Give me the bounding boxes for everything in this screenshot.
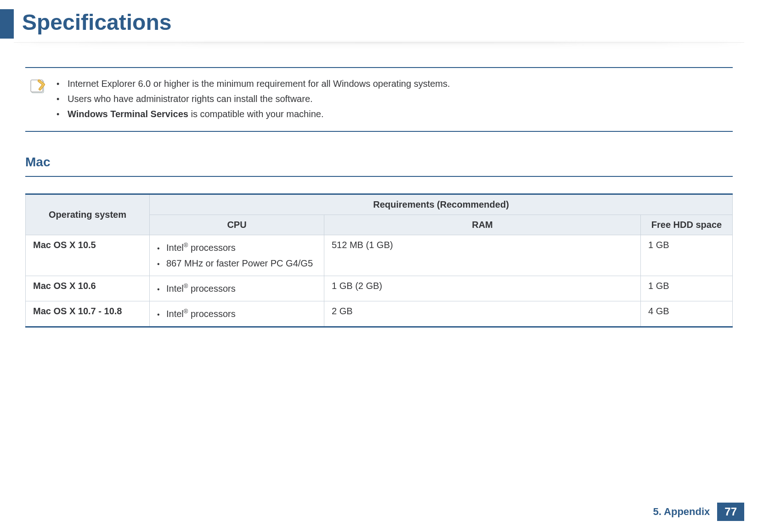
table-row: Mac OS X 10.5 Intel® processors 867 MHz … (26, 235, 733, 276)
footer: 5. Appendix 77 (653, 503, 744, 521)
note-text: Internet Explorer 6.0 or higher is the m… (68, 79, 450, 89)
text: processors (188, 243, 235, 253)
title-divider (14, 42, 744, 49)
note-box: Internet Explorer 6.0 or higher is the m… (25, 67, 733, 132)
reg-mark: ® (184, 283, 188, 289)
cell-ram: 512 MB (1 GB) (324, 235, 641, 276)
table-row: Mac OS X 10.7 - 10.8 Intel® processors 2… (26, 301, 733, 327)
text: processors (188, 309, 235, 319)
cpu-item: 867 MHz or faster Power PC G4/G5 (157, 255, 317, 271)
footer-page-number: 77 (717, 503, 744, 521)
cell-hdd: 1 GB (641, 276, 733, 301)
cell-ram: 2 GB (324, 301, 641, 327)
cell-os: Mac OS X 10.5 (26, 235, 150, 276)
table-row: Mac OS X 10.6 Intel® processors 1 GB (2 … (26, 276, 733, 301)
table-header-row: Operating system Requirements (Recommend… (26, 194, 733, 215)
cell-hdd: 1 GB (641, 235, 733, 276)
th-ram: RAM (324, 215, 641, 235)
cpu-item: Intel® processors (157, 306, 317, 322)
text: Intel (166, 243, 184, 253)
cell-cpu: Intel® processors 867 MHz or faster Powe… (150, 235, 324, 276)
note-list: Internet Explorer 6.0 or higher is the m… (55, 76, 450, 122)
th-cpu: CPU (150, 215, 324, 235)
th-requirements: Requirements (Recommended) (150, 194, 733, 215)
text: 867 MHz or faster Power PC G4/G5 (166, 258, 313, 268)
cell-os: Mac OS X 10.6 (26, 276, 150, 301)
text: Intel (166, 309, 184, 319)
cell-cpu: Intel® processors (150, 301, 324, 327)
th-os: Operating system (26, 194, 150, 235)
note-text: Users who have administrator rights can … (68, 94, 313, 104)
cell-os: Mac OS X 10.7 - 10.8 (26, 301, 150, 327)
cpu-item: Intel® processors (157, 281, 317, 296)
spec-table: Operating system Requirements (Recommend… (25, 193, 733, 328)
cell-cpu: Intel® processors (150, 276, 324, 301)
note-item: Internet Explorer 6.0 or higher is the m… (55, 76, 450, 91)
th-hdd: Free HDD space (641, 215, 733, 235)
reg-mark: ® (184, 308, 188, 315)
note-text: is compatible with your machine. (188, 109, 324, 119)
footer-section: 5. Appendix (653, 506, 710, 518)
note-icon (30, 78, 46, 96)
title-bar: Specifications (0, 9, 758, 39)
cell-hdd: 4 GB (641, 301, 733, 327)
note-item: Users who have administrator rights can … (55, 91, 450, 107)
text: Intel (166, 283, 184, 294)
note-bold: Windows Terminal Services (68, 109, 188, 119)
section-rule (25, 176, 733, 177)
reg-mark: ® (184, 242, 188, 249)
cell-ram: 1 GB (2 GB) (324, 276, 641, 301)
text: processors (188, 283, 235, 294)
section-heading: Mac (25, 155, 733, 172)
cpu-item: Intel® processors (157, 240, 317, 255)
note-item: Windows Terminal Services is compatible … (55, 107, 450, 122)
title-tab (0, 9, 14, 39)
page-title: Specifications (14, 9, 171, 39)
